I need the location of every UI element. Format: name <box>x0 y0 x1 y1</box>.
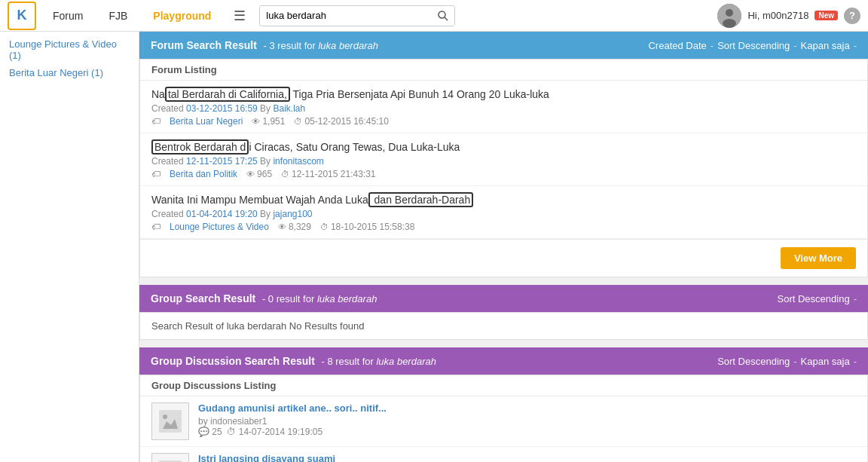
group-item-title[interactable]: Istri langsing disayang suami <box>198 453 856 462</box>
title-highlight: Bentrok Berdarah d <box>151 139 249 155</box>
group-item-info: Istri langsing disayang suami <box>198 453 856 462</box>
logo[interactable]: K <box>8 2 36 30</box>
hamburger-icon[interactable]: ☰ <box>228 8 252 24</box>
nav-fjb[interactable]: FJB <box>99 0 136 32</box>
title-highlight: tal Berdarah di California, <box>165 87 290 102</box>
svg-point-4 <box>723 19 736 28</box>
title-after: i Ciracas, Satu Orang Tewas, Dua Luka-Lu… <box>249 141 460 153</box>
forum-item-views: 965 <box>246 169 272 179</box>
svg-point-3 <box>726 9 733 17</box>
eye-icon <box>252 116 260 127</box>
clock-icon <box>294 116 302 127</box>
forum-item-date: 12-11-2015 17:25 <box>186 156 258 167</box>
title-highlight: dan Berdarah-Darah <box>368 192 474 207</box>
forum-item-date: 01-04-2014 19:20 <box>186 209 258 219</box>
title-before: Na <box>151 88 165 100</box>
header-right: Hi, m00n2718 New ? <box>717 4 860 28</box>
forum-item-time: 18-10-2015 15:58:38 <box>320 222 414 232</box>
group-item-info: Gudang amunisi artikel ane.. sori.. niti… <box>198 402 856 437</box>
group-search-title: Group Search Result <box>151 292 255 304</box>
forum-listing-subtitle: Forum Listing <box>140 60 867 81</box>
forum-item-author[interactable]: infonitascom <box>273 156 323 167</box>
forum-item-title[interactable]: Wanita Ini Mampu Membuat Wajah Anda Luka… <box>151 194 856 206</box>
group-discussion-subtitle: Group Discussions Listing <box>140 375 867 396</box>
group-discussion-controls: Sort Descending - Kapan saja - <box>717 356 857 367</box>
svg-rect-5 <box>159 410 182 433</box>
forum-item-tags: 🏷 Lounge Pictures & Video 8,329 18-10-20… <box>151 222 856 232</box>
header: K Forum FJB Playground ☰ Hi, m00n2718 Ne… <box>0 0 868 32</box>
group-discussion-sort[interactable]: Sort Descending <box>717 356 790 367</box>
forum-results-container: Forum Listing Natal Berdarah di Californ… <box>139 59 868 277</box>
search-bar <box>259 5 455 26</box>
group-sort-descending[interactable]: Sort Descending <box>778 293 850 304</box>
group-discussion-header: Group Discussion Search Result - 8 resul… <box>139 347 868 375</box>
search-button[interactable] <box>432 6 454 26</box>
main-layout: Lounge Pictures & Video (1) Berita Luar … <box>0 32 868 462</box>
forum-item: Bentrok Berdarah di Ciracas, Satu Orang … <box>140 133 867 186</box>
forum-item-tag[interactable]: Berita dan Politik <box>170 169 237 179</box>
avatar <box>717 4 741 28</box>
nav-forum[interactable]: Forum <box>44 0 92 32</box>
nav-playground[interactable]: Playground <box>144 0 220 32</box>
image-placeholder-icon <box>159 410 182 433</box>
forum-item-title[interactable]: Bentrok Berdarah di Ciracas, Satu Orang … <box>151 141 856 153</box>
group-discussion-results: Group Discussions Listing Gudang amunisi… <box>139 375 868 462</box>
group-discussion-title: Group Discussion Search Result <box>151 355 315 367</box>
svg-point-7 <box>163 415 167 419</box>
group-results-container: Search Result of luka berdarah No Result… <box>139 312 868 340</box>
forum-item-tags: 🏷 Berita dan Politik 965 12-11-2015 21:4… <box>151 169 856 179</box>
forum-item-time: 05-12-2015 16:45:10 <box>294 116 388 127</box>
search-input[interactable] <box>260 6 432 26</box>
view-more-button[interactable]: View More <box>781 247 856 269</box>
group-item-title[interactable]: Gudang amunisi artikel ane.. sori.. niti… <box>198 402 856 414</box>
group-discussion-count: - 8 result for luka berdarah <box>319 356 436 367</box>
forum-search-controls: Created Date - Sort Descending - Kapan s… <box>648 40 857 51</box>
group-item-thumb <box>151 402 189 440</box>
group-discussion-item: Istri langsing disayang suami <box>140 447 867 462</box>
sidebar-item-lounge[interactable]: Lounge Pictures & Video (1) <box>0 35 139 64</box>
created-date-sort[interactable]: Created Date <box>648 40 706 51</box>
kapan-saja[interactable]: Kapan saja <box>801 40 850 51</box>
group-search-header: Group Search Result - 0 result for luka … <box>139 285 868 312</box>
forum-item-views: 1,951 <box>252 116 285 127</box>
group-item-meta: by indonesiaber1 <box>198 416 856 427</box>
forum-item-tags: 🏷 Berita Luar Negeri 1,951 05-12-2015 16… <box>151 116 856 127</box>
svg-point-0 <box>439 11 445 18</box>
forum-item-tag[interactable]: Lounge Pictures & Video <box>170 222 269 232</box>
search-icon <box>438 11 448 21</box>
forum-item-meta: Created 01-04-2014 19:20 By jajang100 <box>151 209 856 219</box>
forum-item-author[interactable]: jajang100 <box>273 209 312 219</box>
clock-icon <box>281 169 289 179</box>
view-more-container: View More <box>140 239 867 277</box>
forum-item-author[interactable]: Baik.lah <box>273 103 305 114</box>
forum-item-tag[interactable]: Berita Luar Negeri <box>170 116 243 127</box>
avatar-icon <box>717 4 741 28</box>
title-after: Tiga Pria Bersenjata Api Bunuh 14 Orang … <box>290 88 549 100</box>
sidebar: Lounge Pictures & Video (1) Berita Luar … <box>0 32 139 462</box>
group-item-thumb <box>151 453 189 462</box>
sort-descending[interactable]: Sort Descending <box>717 40 790 51</box>
eye-icon <box>246 169 255 179</box>
forum-search-title: Forum Search Result <box>151 39 257 51</box>
group-discussion-kapan-saja[interactable]: Kapan saja <box>801 356 850 367</box>
forum-search-count: - 3 result for luka berdarah <box>261 40 378 51</box>
group-search-controls: Sort Descending - <box>778 293 857 304</box>
forum-item-title[interactable]: Natal Berdarah di California, Tiga Pria … <box>151 88 856 100</box>
forum-item-meta: Created 03-12-2015 16:59 By Baik.lah <box>151 103 856 114</box>
title-before: Wanita Ini Mampu Membuat Wajah Anda Luka <box>151 194 368 206</box>
forum-item: Wanita Ini Mampu Membuat Wajah Anda Luka… <box>140 186 867 239</box>
forum-item-time: 12-11-2015 21:43:31 <box>281 169 375 179</box>
group-item-stats: 💬 25 ⏱ 14-07-2014 19:19:05 <box>198 427 856 437</box>
clock-icon <box>320 222 329 232</box>
help-icon[interactable]: ? <box>844 8 860 24</box>
group-search-count: - 0 result for luka berdarah <box>259 293 377 304</box>
content: Forum Search Result - 3 result for luka … <box>139 32 868 462</box>
group-no-results: Search Result of luka berdarah No Result… <box>140 313 867 339</box>
sidebar-item-berita-luar[interactable]: Berita Luar Negeri (1) <box>0 64 139 81</box>
forum-item-meta: Created 12-11-2015 17:25 By infonitascom <box>151 156 856 167</box>
user-name: Hi, m00n2718 <box>747 10 808 21</box>
forum-item-views: 8,329 <box>278 222 311 232</box>
forum-search-header: Forum Search Result - 3 result for luka … <box>139 32 868 59</box>
eye-icon <box>278 222 286 232</box>
forum-item-date: 03-12-2015 16:59 <box>186 103 258 114</box>
